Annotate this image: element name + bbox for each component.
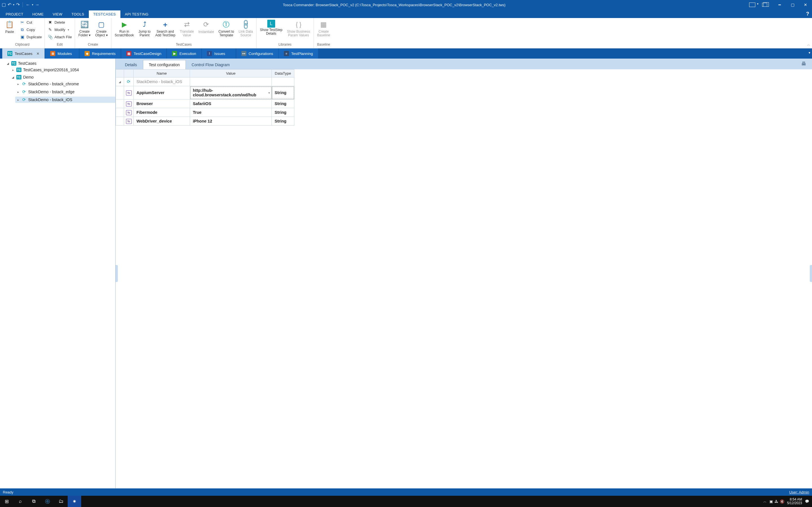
forward-icon[interactable]: →	[35, 3, 40, 7]
run-scratchbook-button[interactable]: ▶Run inScratchBook	[114, 19, 135, 38]
tree-item-demo[interactable]: ◢ TC Demo	[10, 74, 115, 80]
wtab-modules[interactable]: ⊞Modules	[45, 48, 79, 59]
right-grip-icon[interactable]	[810, 265, 812, 282]
col-datatype[interactable]: DataType	[272, 69, 294, 77]
collapse-icon[interactable]: ◢	[6, 62, 10, 65]
wtab-testcases[interactable]: TC TestCases ✕	[2, 48, 45, 59]
grid-value-cell[interactable]: iPhone 12	[190, 117, 272, 126]
convert-template-button[interactable]: ⓉConvert toTemplate	[217, 19, 235, 38]
left-grip-icon[interactable]	[116, 265, 118, 282]
grid-parent-row[interactable]: ◢ ⟳ StackDemo - bstack_iOS	[116, 77, 294, 86]
save-icon[interactable]: ▢	[2, 3, 6, 7]
explorer-icon[interactable]: 🗂	[54, 496, 68, 507]
grid-value-cell[interactable]: http://hub-cloud.browserstack.com/wd/hub…	[190, 86, 272, 100]
subtab-cfd[interactable]: Control Flow Diagram	[186, 60, 236, 69]
grid-type-cell[interactable]: String	[272, 100, 294, 108]
tosca-app-icon[interactable]: ✷	[68, 496, 81, 507]
search-add-teststep-button[interactable]: ＋Search andAdd TestStep	[154, 19, 176, 38]
grid-name-cell[interactable]: Fibermode	[134, 108, 190, 117]
ie-icon[interactable]: ⓔ	[41, 496, 54, 507]
grid-name-cell[interactable]: AppiumServer	[134, 86, 190, 100]
history-dropdown-icon[interactable]: ▾	[32, 3, 33, 6]
tray-chevron-icon[interactable]: ︿	[763, 499, 767, 504]
tab-overflow-icon[interactable]: ▾	[809, 51, 810, 55]
cut-button[interactable]: ✂Cut	[19, 19, 42, 25]
tree-item-chrome[interactable]: ▸ ⟳ StackDemo - bstack_chrome	[15, 81, 115, 87]
project-tree[interactable]: ◢ TC TestCases ▸ TC TestCases_import2205…	[0, 59, 116, 489]
grid-row-appium[interactable]: Tc AppiumServer http://hub-cloud.browser…	[116, 86, 294, 100]
subtab-details[interactable]: Details	[119, 60, 143, 69]
expand-icon[interactable]: ▸	[16, 82, 20, 86]
collapse-icon[interactable]: ◢	[11, 76, 15, 79]
translate-value-button[interactable]: ⇄TranslateValue	[179, 19, 195, 38]
copy-button[interactable]: ⧉Copy	[19, 26, 42, 33]
system-tray[interactable]: ▣ 🖧 🔇	[769, 499, 784, 504]
expand-icon[interactable]: ▸	[11, 68, 15, 71]
grid-type-cell[interactable]: String	[272, 117, 294, 126]
grid-row-webdriver-device[interactable]: Tc WebDriver_device iPhone 12 String	[116, 117, 294, 126]
duplicate-button[interactable]: ▣Duplicate	[19, 34, 42, 40]
undo-dropdown-icon[interactable]: ▾	[13, 3, 14, 6]
show-business-param-button[interactable]: ｛｝Show BusinessParam Values	[286, 19, 311, 38]
grid-name-cell[interactable]: WebDriver_device	[134, 117, 190, 126]
help-icon[interactable]: ?	[806, 11, 809, 17]
link-data-source-button[interactable]: 🔗Link DataSource	[238, 19, 254, 38]
start-button[interactable]: ⊞	[0, 496, 13, 507]
close-tab-icon[interactable]: ✕	[36, 52, 40, 56]
ribbon-display-options-icon[interactable]	[747, 0, 760, 10]
expand-icon[interactable]: ▸	[16, 98, 20, 101]
collapse-ribbon-icon[interactable]: ︿	[807, 42, 810, 47]
tab-tools[interactable]: TOOLS	[67, 10, 89, 18]
status-user[interactable]: User: Admin	[789, 490, 809, 494]
volume-mute-icon[interactable]: 🔇	[780, 499, 784, 504]
grid-value-cell[interactable]: True	[190, 108, 272, 117]
tab-apitesting[interactable]: API TESTING	[120, 10, 153, 18]
expand-icon[interactable]: ▸	[16, 91, 20, 94]
grid-row-browser[interactable]: Tc Browser SafariiOS String	[116, 100, 294, 108]
attach-file-button[interactable]: 📎Attach File	[47, 34, 72, 40]
print-icon[interactable]: 🖶	[801, 61, 806, 67]
taskbar-clock[interactable]: 8:54 AM 5/12/2023	[787, 498, 802, 505]
collapse-icon[interactable]: ◢	[116, 77, 124, 86]
back-icon[interactable]: ←	[26, 3, 30, 7]
notifications-icon[interactable]: 💬	[805, 499, 809, 503]
tree-item-edge[interactable]: ▸ ⟳ StackDemo - bstack_edge	[15, 89, 115, 95]
delete-button[interactable]: ✖Delete	[47, 19, 72, 25]
create-object-button[interactable]: ▢ CreateObject ▾	[94, 19, 109, 38]
redo-icon[interactable]: ↷	[16, 3, 20, 7]
minimize-icon[interactable]: ━	[773, 0, 786, 10]
maximize-icon[interactable]: ▢	[786, 0, 799, 10]
wtab-config[interactable]: ⊶Configurations	[236, 48, 278, 59]
jump-to-parent-button[interactable]: ⤴Jump toParent	[137, 19, 152, 38]
instantiate-button[interactable]: ⟳Instantiate	[197, 19, 215, 34]
tab-project[interactable]: PROJECT	[1, 10, 28, 18]
undo-icon[interactable]: ↶	[8, 3, 11, 7]
task-view-icon[interactable]: ⧉	[27, 496, 41, 507]
tray-icon[interactable]: ▣	[769, 499, 773, 504]
create-folder-button[interactable]: 🔄 CreateFolder ▾	[77, 19, 92, 38]
tab-view[interactable]: VIEW	[48, 10, 67, 18]
create-baseline-button[interactable]: ▦CreateBaseline	[316, 19, 331, 38]
wtab-requirements[interactable]: ◆Requirements	[80, 48, 121, 59]
grid-value-cell[interactable]: SafariiOS	[190, 100, 272, 108]
wtab-tcdesign[interactable]: ▤TestCaseDesign	[121, 48, 166, 59]
grid-name-cell[interactable]: Browser	[134, 100, 190, 108]
tree-root-testcases[interactable]: ◢ TC TestCases	[5, 61, 115, 66]
wtab-execution[interactable]: ▶Execution	[167, 48, 201, 59]
show-teststep-details-button[interactable]: LShow TestStepDetails	[259, 19, 284, 36]
wtab-testplanning[interactable]: ≡TestPlanning	[279, 48, 318, 59]
col-name[interactable]: Name	[134, 69, 190, 77]
wtab-issues[interactable]: !Issues	[202, 48, 236, 59]
grid-row-fibermode[interactable]: Tc Fibermode True String	[116, 108, 294, 117]
restore-panes-icon[interactable]	[760, 0, 773, 10]
col-value[interactable]: Value	[190, 69, 272, 77]
network-icon[interactable]: 🖧	[774, 499, 778, 504]
tree-item-import[interactable]: ▸ TC TestCases_import220516_1054	[10, 67, 115, 73]
tab-home[interactable]: HOME	[28, 10, 48, 18]
config-grid[interactable]: Name Value DataType ◢ ⟳ StackDemo - bsta…	[116, 69, 294, 126]
tab-testcases[interactable]: TESTCASES	[89, 10, 120, 18]
grid-type-cell[interactable]: String	[272, 86, 294, 100]
close-icon[interactable]: ✕	[799, 0, 812, 10]
dropdown-icon[interactable]: ▾	[268, 91, 270, 94]
search-icon[interactable]: ⌕	[13, 496, 27, 507]
